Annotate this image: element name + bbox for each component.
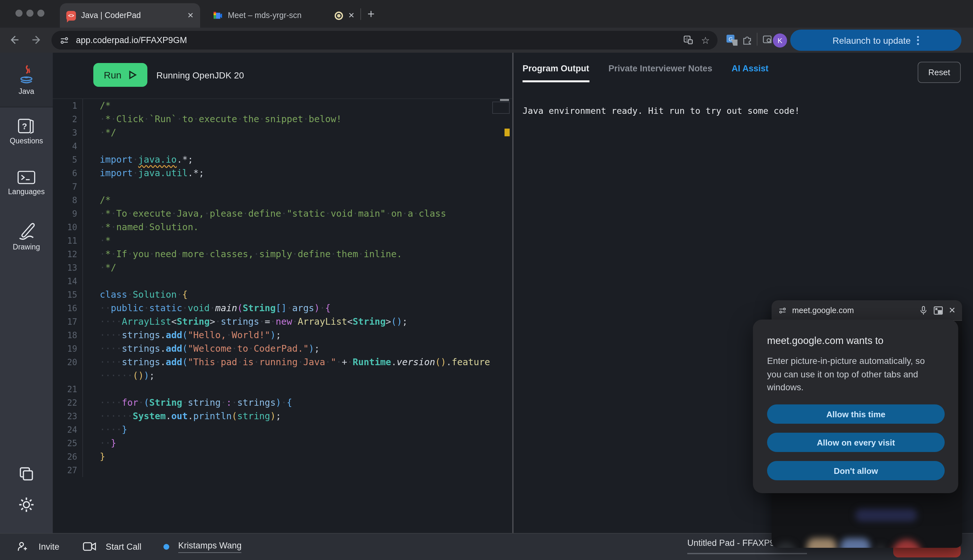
tab-private-interviewer-notes[interactable]: Private Interviewer Notes bbox=[609, 63, 712, 82]
invite-button[interactable]: Invite bbox=[38, 542, 60, 551]
video-camera-icon bbox=[83, 541, 97, 552]
run-button[interactable]: Run bbox=[93, 63, 147, 87]
code-line: 25··} bbox=[53, 437, 512, 450]
invite-person-icon bbox=[17, 540, 30, 553]
line-number: 11 bbox=[53, 234, 77, 248]
drawing-pen-icon bbox=[16, 221, 37, 240]
copy-pad-icon[interactable] bbox=[18, 465, 35, 482]
presence-dot-icon bbox=[164, 543, 169, 549]
line-number: 26 bbox=[53, 450, 77, 463]
mic-icon[interactable] bbox=[919, 305, 928, 315]
settings-gear-icon[interactable] bbox=[18, 497, 35, 513]
code-line: 7 bbox=[53, 180, 512, 193]
code-line: 15class·Solution·{ bbox=[53, 288, 512, 302]
translate-extension-icon[interactable]: G bbox=[726, 34, 738, 46]
sidebar-item-languages[interactable]: Languages bbox=[0, 170, 53, 195]
line-number: 8 bbox=[53, 193, 77, 207]
line-number: 25 bbox=[53, 437, 77, 450]
code-line: 27 bbox=[53, 463, 512, 477]
dont-allow-button[interactable]: Don't allow bbox=[767, 461, 945, 480]
questions-icon: ? bbox=[17, 118, 36, 134]
user-name[interactable]: Kristamps Wang bbox=[178, 540, 242, 553]
bookmark-star-icon[interactable]: ☆ bbox=[701, 34, 710, 46]
sidebar-item-java[interactable]: Java bbox=[0, 64, 53, 95]
sidebar-label: Java bbox=[0, 87, 53, 95]
editor-scrollbar-thumb[interactable] bbox=[500, 99, 509, 101]
blurred-control bbox=[807, 538, 837, 548]
code-line: 24····} bbox=[53, 423, 512, 437]
tab-coderpad[interactable]: <> Java | CoderPad ✕ bbox=[60, 3, 200, 28]
run-label: Run bbox=[104, 70, 121, 80]
tab-program-output[interactable]: Program Output bbox=[523, 63, 589, 82]
sidebar-label: Languages bbox=[0, 188, 53, 195]
line-number: 18 bbox=[53, 328, 77, 342]
profile-avatar[interactable]: K bbox=[773, 33, 787, 48]
meet-favicon-icon bbox=[213, 11, 222, 20]
close-tab-icon[interactable]: ✕ bbox=[187, 12, 194, 19]
translate-icon[interactable]: G bbox=[682, 35, 694, 46]
warning-marker bbox=[505, 128, 510, 136]
tab-ai-assist[interactable]: AI Assist bbox=[732, 63, 769, 82]
allow-this-time-button[interactable]: Allow this time bbox=[767, 404, 945, 424]
blurred-control bbox=[841, 538, 870, 548]
line-number: 14 bbox=[53, 275, 77, 288]
browser-menu-icon[interactable] bbox=[917, 36, 919, 45]
line-number: 17 bbox=[53, 315, 77, 328]
side-search-icon[interactable] bbox=[762, 34, 774, 46]
line-number bbox=[53, 369, 77, 383]
forward-button[interactable] bbox=[30, 33, 43, 46]
line-number: 1 bbox=[53, 99, 77, 113]
sidebar-item-drawing[interactable]: Drawing bbox=[0, 221, 53, 251]
relaunch-to-update-button[interactable]: Relaunch to update bbox=[790, 30, 961, 51]
site-settings-icon[interactable] bbox=[59, 35, 70, 45]
code-line: 20····strings.add("This·pad·is·running·J… bbox=[53, 355, 512, 369]
pip-site-settings-icon[interactable] bbox=[778, 306, 787, 315]
allow-every-visit-button[interactable]: Allow on every visit bbox=[767, 433, 945, 452]
sidebar-item-questions[interactable]: ? Questions bbox=[0, 118, 53, 145]
line-number: 22 bbox=[53, 396, 77, 410]
line-number: 3 bbox=[53, 126, 77, 140]
pip-url: meet.google.com bbox=[792, 306, 914, 315]
program-output-message: Java environment ready. Hit run to try o… bbox=[523, 105, 800, 116]
line-number: 4 bbox=[53, 140, 77, 153]
window-minimize-button[interactable] bbox=[27, 10, 33, 17]
editor-overview-ruler bbox=[492, 102, 510, 114]
code-line: 23······System.out.println(string); bbox=[53, 410, 512, 423]
code-line: 2·*·Click·`Run`·to·execute·the·snippet·b… bbox=[53, 113, 512, 126]
line-number: 19 bbox=[53, 342, 77, 355]
toolbar-divider bbox=[757, 33, 757, 46]
sidebar-label: Questions bbox=[0, 137, 53, 145]
line-number: 7 bbox=[53, 180, 77, 193]
extensions-puzzle-icon[interactable] bbox=[741, 34, 753, 46]
address-bar[interactable]: app.coderpad.io/FFAXP9GM G ☆ bbox=[52, 31, 717, 50]
svg-text:?: ? bbox=[22, 122, 27, 131]
reset-button[interactable]: Reset bbox=[918, 62, 961, 83]
back-button[interactable] bbox=[8, 33, 21, 46]
dialog-title: meet.google.com wants to bbox=[767, 335, 944, 347]
line-number: 9 bbox=[53, 207, 77, 220]
pip-close-icon[interactable]: ✕ bbox=[948, 305, 956, 315]
code-line: 13·*/ bbox=[53, 261, 512, 275]
sidebar-label: Drawing bbox=[0, 243, 53, 251]
window-zoom-button[interactable] bbox=[37, 10, 44, 17]
pip-expand-icon[interactable] bbox=[933, 306, 943, 315]
line-number: 27 bbox=[53, 463, 77, 477]
code-area[interactable]: 1/*2·*·Click·`Run`·to·execute·the·snippe… bbox=[53, 99, 512, 533]
output-tabs: Program Output Private Interviewer Notes… bbox=[523, 63, 768, 82]
line-number: 24 bbox=[53, 423, 77, 437]
tab-meet[interactable]: Meet – mds-yrgr-scn ✕ bbox=[207, 3, 361, 28]
window-close-button[interactable] bbox=[15, 10, 23, 17]
close-tab-icon[interactable]: ✕ bbox=[348, 12, 354, 19]
code-line: 9·*·To·execute·Java,·please·define·"stat… bbox=[53, 207, 512, 220]
start-call-button[interactable]: Start Call bbox=[106, 542, 142, 551]
code-line: 16··public·static·void·main(String[]·arg… bbox=[53, 302, 512, 315]
code-line: 17····ArrayList<String>·strings·=·new·Ar… bbox=[53, 315, 512, 328]
code-line: 8/* bbox=[53, 193, 512, 207]
new-tab-button[interactable]: + bbox=[368, 7, 374, 21]
tab-title: Java | CoderPad bbox=[81, 11, 182, 20]
panel-divider[interactable] bbox=[512, 53, 513, 533]
blurred-control bbox=[774, 542, 797, 548]
line-number: 5 bbox=[53, 153, 77, 167]
coderpad-favicon-icon: <> bbox=[66, 11, 76, 20]
code-line: 14 bbox=[53, 275, 512, 288]
